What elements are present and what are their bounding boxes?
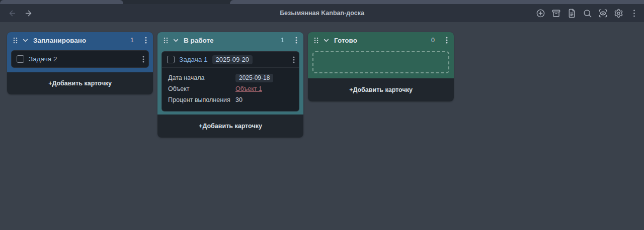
card-title[interactable]: Задача 2 (29, 55, 57, 63)
collapse-chevron-icon[interactable] (323, 37, 330, 44)
lane-in-progress: В работе 1 Задача 1 2025-09-20 Дата нача… (157, 32, 303, 138)
back-icon[interactable] (6, 7, 18, 19)
add-card-button[interactable]: +Добавить карточку (157, 114, 303, 138)
card-date-badge[interactable]: 2025-09-20 (212, 55, 253, 64)
lane-header: Запланировано 1 (7, 32, 153, 48)
lane-menu-icon[interactable] (295, 37, 297, 44)
drag-grip-icon[interactable] (13, 37, 18, 44)
card-menu-icon[interactable] (142, 56, 144, 63)
empty-drop-zone[interactable] (312, 51, 449, 73)
meta-value: 30 (235, 94, 293, 105)
card-checkbox[interactable] (167, 56, 175, 63)
card-checkbox[interactable] (17, 55, 24, 63)
add-card-button[interactable]: +Добавить карточку (308, 78, 454, 101)
collapse-chevron-icon[interactable] (22, 37, 29, 44)
nav-arrows (0, 7, 34, 19)
lane-count: 1 (281, 37, 284, 44)
drag-grip-icon[interactable] (164, 37, 168, 44)
view-header: Безымянная Kanban-доска (0, 4, 644, 22)
card-task-2[interactable]: Задача 2 (11, 50, 149, 68)
lane-count: 0 (431, 37, 435, 44)
add-card-label: +Добавить карточку (199, 123, 262, 130)
card-menu-icon[interactable] (293, 56, 295, 63)
lane-menu-icon[interactable] (446, 37, 448, 44)
lane-header: Готово 0 (308, 32, 454, 48)
lane-planned: Запланировано 1 Задача 2 +Добавить карто… (7, 32, 153, 94)
add-card-icon[interactable] (534, 7, 546, 19)
forward-icon[interactable] (22, 7, 34, 19)
add-card-label: +Добавить карточку (48, 80, 112, 87)
header-actions (534, 7, 640, 19)
drag-grip-icon[interactable] (314, 37, 318, 44)
lane-body: Задача 2 (7, 48, 153, 72)
meta-label: Дата начала (168, 72, 235, 83)
add-card-button[interactable]: +Добавить карточку (7, 72, 153, 94)
collapse-chevron-icon[interactable] (173, 37, 179, 44)
meta-object-link[interactable]: Объект 1 (235, 85, 262, 92)
lane-menu-icon[interactable] (145, 37, 147, 44)
lane-title[interactable]: Запланировано (33, 37, 86, 44)
meta-label: Объект (168, 83, 235, 94)
add-card-label: +Добавить карточку (349, 86, 413, 93)
card-task-1[interactable]: Задача 1 2025-09-20 Дата начала 2025-09-… (162, 51, 299, 111)
lane-body: Задача 1 2025-09-20 Дата начала 2025-09-… (157, 48, 303, 114)
lane-header: В работе 1 (157, 32, 303, 48)
lane-title[interactable]: Готово (334, 37, 357, 44)
view-switch-icon[interactable] (597, 7, 609, 19)
settings-icon[interactable] (612, 7, 624, 19)
card-title[interactable]: Задача 1 (179, 56, 208, 63)
meta-label: Процент выполнения (168, 94, 235, 105)
search-icon[interactable] (581, 7, 593, 19)
archive-icon[interactable] (550, 7, 562, 19)
lane-count: 1 (130, 37, 134, 44)
tab-bar (0, 0, 644, 4)
card-metadata: Дата начала 2025-09-18 Объект Объект 1 П… (162, 67, 299, 111)
lane-done: Готово 0 +Добавить карточку (308, 32, 454, 101)
more-options-icon[interactable] (628, 7, 640, 19)
lane-title[interactable]: В работе (184, 37, 214, 44)
meta-date-badge[interactable]: 2025-09-18 (235, 74, 273, 82)
file-text-icon[interactable] (566, 7, 578, 19)
lane-body (308, 48, 454, 78)
